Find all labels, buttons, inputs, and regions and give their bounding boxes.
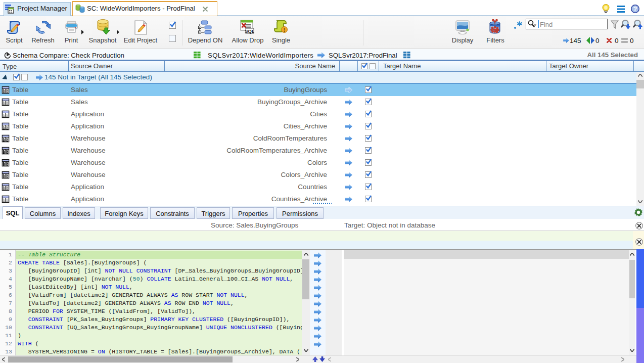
- svg-text:?: ?: [633, 5, 637, 13]
- svg-text:!: !: [284, 27, 285, 33]
- svg-text:SQL: SQL: [245, 28, 254, 34]
